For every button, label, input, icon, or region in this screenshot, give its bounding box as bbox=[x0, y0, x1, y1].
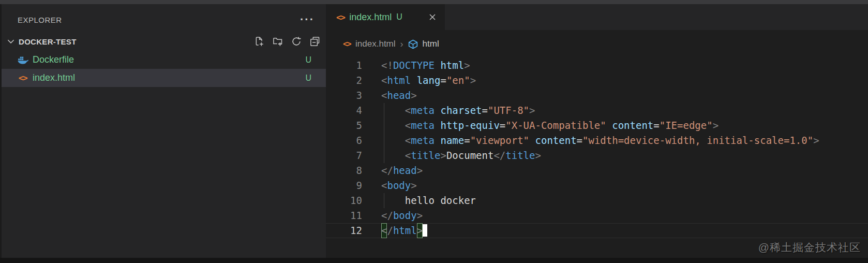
code-token: < bbox=[381, 223, 387, 238]
code-line-content[interactable]: </head> bbox=[381, 163, 423, 178]
code-line[interactable]: 6 <meta name="viewport" content="width=d… bbox=[326, 133, 868, 148]
code-token: name bbox=[440, 135, 464, 146]
line-number[interactable]: 12 bbox=[326, 223, 362, 238]
code-line-content[interactable]: <!DOCTYPE html> bbox=[381, 58, 470, 73]
code-token: > bbox=[417, 223, 423, 238]
close-tab-icon[interactable] bbox=[427, 12, 438, 22]
code-token: "width=device-width, initial-scale=1.0" bbox=[582, 135, 813, 146]
line-number[interactable]: 5 bbox=[326, 118, 362, 133]
code-line-content[interactable]: </html> bbox=[381, 223, 427, 238]
window-left-edge bbox=[0, 4, 2, 258]
code-line-content[interactable]: <title>Document</title> bbox=[381, 148, 541, 163]
line-number[interactable]: 11 bbox=[326, 208, 362, 223]
code-line-content[interactable]: <body> bbox=[381, 178, 417, 193]
collapse-all-icon[interactable] bbox=[309, 36, 321, 47]
code-token: title bbox=[411, 150, 440, 161]
explorer-title: EXPLORER bbox=[18, 16, 62, 24]
line-number[interactable]: 4 bbox=[326, 103, 362, 118]
code-line[interactable]: 1<!DOCTYPE html> bbox=[326, 58, 868, 73]
code-line[interactable]: 5 <meta http-equiv="X-UA-Compatible" con… bbox=[326, 118, 868, 133]
code-line-content[interactable]: <html lang="en"> bbox=[381, 73, 476, 88]
code-line[interactable]: 4 <meta charset="UTF-8"> bbox=[326, 103, 868, 118]
explorer-pane-header: EXPLORER ··· bbox=[0, 4, 326, 32]
code-line-content[interactable]: <meta charset="UTF-8"> bbox=[381, 103, 535, 118]
code-token: < bbox=[405, 105, 411, 116]
code-token: http-equiv bbox=[440, 120, 499, 131]
code-token: = bbox=[500, 120, 505, 131]
code-token: < bbox=[405, 120, 411, 131]
code-token: > bbox=[417, 165, 423, 176]
code-line[interactable]: 7 <title>Document</title> bbox=[326, 148, 868, 163]
code-token: head bbox=[393, 165, 417, 176]
code-line-content[interactable]: <meta http-equiv="X-UA-Compatible" conte… bbox=[381, 118, 719, 133]
code-token: = bbox=[653, 120, 659, 131]
code-token: </ bbox=[493, 150, 505, 161]
code-line[interactable]: 2<html lang="en"> bbox=[326, 73, 868, 88]
indent-guide bbox=[384, 118, 384, 133]
html-code-icon: <> bbox=[343, 39, 351, 49]
line-number[interactable]: 10 bbox=[326, 193, 362, 208]
editor-group: <> index.html U <> index.html › bbox=[326, 4, 868, 258]
symbol-cube-icon bbox=[408, 39, 418, 49]
code-line[interactable]: 12</html> bbox=[326, 223, 868, 238]
code-token: Document bbox=[446, 150, 494, 161]
line-number[interactable]: 9 bbox=[326, 178, 362, 193]
line-number[interactable]: 1 bbox=[326, 58, 362, 73]
breadcrumb-file[interactable]: index.html bbox=[355, 39, 395, 49]
line-number[interactable]: 7 bbox=[326, 148, 362, 163]
breadcrumb-symbol[interactable]: html bbox=[423, 39, 439, 49]
tab-index-html[interactable]: <> index.html U bbox=[326, 4, 445, 30]
code-token: > bbox=[813, 135, 819, 146]
code-token bbox=[606, 120, 612, 131]
more-actions-button[interactable]: ··· bbox=[300, 17, 315, 22]
code-line-content[interactable]: <head> bbox=[381, 88, 417, 103]
code-line[interactable]: 9<body> bbox=[326, 178, 868, 193]
html-code-icon: <> bbox=[336, 12, 345, 22]
line-number[interactable]: 2 bbox=[326, 73, 362, 88]
code-line-content[interactable]: </body> bbox=[381, 208, 423, 223]
code-token bbox=[381, 150, 405, 161]
code-token bbox=[381, 120, 405, 131]
file-row-dockerfile[interactable]: Dockerfile U bbox=[0, 51, 326, 69]
code-line[interactable]: 10 hello docker bbox=[326, 193, 868, 208]
code-token: > bbox=[470, 75, 476, 86]
indent-guide bbox=[384, 193, 384, 208]
code-token: > bbox=[464, 60, 470, 71]
workbench: EXPLORER ··· DOCKER-TEST bbox=[0, 4, 868, 258]
git-status-badge: U bbox=[396, 12, 402, 22]
code-line[interactable]: 3<head> bbox=[326, 88, 868, 103]
code-line[interactable]: 11</body> bbox=[326, 208, 868, 223]
window-bottom-edge bbox=[0, 258, 868, 263]
code-token: < bbox=[381, 90, 387, 101]
code-token: = bbox=[440, 75, 446, 86]
code-token: "X-UA-Compatible" bbox=[505, 120, 606, 131]
code-line[interactable]: 8</head> bbox=[326, 163, 868, 178]
code-token: "IE=edge" bbox=[660, 120, 713, 131]
line-number[interactable]: 6 bbox=[326, 133, 362, 148]
code-token: > bbox=[529, 105, 535, 116]
chevron-down-icon bbox=[6, 37, 16, 46]
file-row-index-html[interactable]: <> index.html U bbox=[0, 69, 326, 87]
indent-guide bbox=[384, 148, 384, 163]
folder-section-label: DOCKER-TEST bbox=[19, 37, 77, 46]
line-number[interactable]: 3 bbox=[326, 88, 362, 103]
code-line-content[interactable]: hello docker bbox=[381, 193, 476, 208]
line-number[interactable]: 8 bbox=[326, 163, 362, 178]
code-token: hello docker bbox=[381, 195, 476, 206]
code-token bbox=[435, 60, 440, 71]
new-folder-icon[interactable] bbox=[272, 36, 283, 47]
code-area[interactable]: 1<!DOCTYPE html>2<html lang="en">3<head>… bbox=[326, 58, 868, 238]
folder-section-header[interactable]: DOCKER-TEST bbox=[0, 32, 326, 51]
code-token: "viewport" bbox=[470, 135, 529, 146]
code-token: content bbox=[612, 120, 653, 131]
new-file-icon[interactable] bbox=[253, 36, 265, 47]
code-token: <! bbox=[381, 60, 393, 71]
code-line-content[interactable]: <meta name="viewport" content="width=dev… bbox=[381, 133, 819, 148]
refresh-icon[interactable] bbox=[291, 36, 302, 47]
code-token: < bbox=[405, 135, 411, 146]
file-name: Dockerfile bbox=[33, 54, 74, 65]
code-token: </ bbox=[381, 165, 393, 176]
code-token bbox=[435, 120, 440, 131]
code-token: > bbox=[713, 120, 719, 131]
breadcrumb: <> index.html › html bbox=[326, 30, 868, 58]
